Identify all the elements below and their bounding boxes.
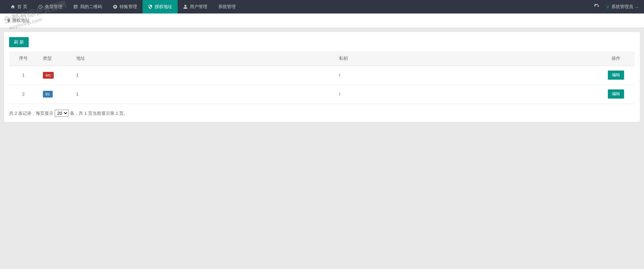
nav-label: 首 页 <box>17 4 27 10</box>
user-menu[interactable]: V 系统管理员 ︿ <box>606 4 639 10</box>
cell-key: r <box>334 85 597 104</box>
nav-label: 转账管理 <box>120 4 137 10</box>
table-row: 1 erc 1 r 编辑 <box>9 66 635 85</box>
cell-operation: 编辑 <box>597 85 635 104</box>
location-icon <box>7 19 11 23</box>
breadcrumb-label: 授权地址 <box>12 18 30 24</box>
pagination: 共 2 条记录，每页显示 20 条，共 1 页当前显示第 1 页。 <box>9 110 635 117</box>
nav-auth-address[interactable]: 授权地址 <box>143 0 178 14</box>
page-size-select[interactable]: 20 <box>55 110 69 117</box>
nav-transfer[interactable]: 转账管理 <box>107 0 143 14</box>
header-address: 地址 <box>71 51 334 66</box>
header-operation: 操作 <box>597 51 635 66</box>
qr-icon <box>73 4 78 9</box>
nav-label: 系统管理 <box>218 4 236 10</box>
refresh-button[interactable]: 刷 新 <box>9 37 29 47</box>
cell-seq: 1 <box>9 66 38 85</box>
nav-qrcode[interactable]: 我的二维码 <box>68 0 107 14</box>
clock-icon <box>38 4 43 9</box>
header-key: 私钥 <box>334 51 597 66</box>
edit-button[interactable]: 编辑 <box>608 71 624 80</box>
cell-type: erc <box>38 66 71 85</box>
nav-label: 授权地址 <box>155 4 172 10</box>
refresh-icon <box>594 4 599 9</box>
home-icon <box>10 4 15 9</box>
type-badge-trc: trc <box>43 91 53 98</box>
header-seq: 序号 <box>9 51 38 66</box>
nav-label: 鱼苗管理 <box>45 4 62 10</box>
global-refresh-button[interactable] <box>594 4 599 9</box>
main-content: 刷 新 序号 类型 地址 私钥 操作 1 erc 1 r 编辑 2 trc 1 <box>4 32 640 122</box>
top-navigation: 首 页 鱼苗管理 我的二维码 转账管理 授权地址 用户管理 系统管理 <box>0 0 644 14</box>
table-header-row: 序号 类型 地址 私钥 操作 <box>9 51 635 66</box>
chevron-up-icon: ︿ <box>635 4 639 9</box>
cell-address: 1 <box>71 66 334 85</box>
cell-operation: 编辑 <box>597 66 635 85</box>
user-name: 系统管理员 <box>611 4 633 10</box>
nav-fish[interactable]: 鱼苗管理 <box>33 0 68 14</box>
v-logo-icon: V <box>606 4 609 9</box>
edit-button[interactable]: 编辑 <box>608 89 624 99</box>
nav-user-mgmt[interactable]: 用户管理 <box>178 0 213 14</box>
table-row: 2 trc 1 r 编辑 <box>9 85 635 104</box>
address-table: 序号 类型 地址 私钥 操作 1 erc 1 r 编辑 2 trc 1 r 编辑 <box>9 51 635 104</box>
nav-right: V 系统管理员 ︿ <box>594 4 639 10</box>
nav-label: 用户管理 <box>190 4 207 10</box>
nav-home[interactable]: 首 页 <box>5 0 33 14</box>
cell-seq: 2 <box>9 85 38 104</box>
pagination-prefix: 共 2 条记录，每页显示 <box>9 110 53 116</box>
type-badge-erc: erc <box>43 72 54 79</box>
cell-type: trc <box>38 85 71 104</box>
breadcrumb: 授权地址 <box>0 14 644 28</box>
shield-icon <box>148 4 153 9</box>
nav-label: 我的二维码 <box>80 4 102 10</box>
nav-left: 首 页 鱼苗管理 我的二维码 转账管理 授权地址 用户管理 系统管理 <box>5 0 241 14</box>
header-type: 类型 <box>38 51 71 66</box>
cell-address: 1 <box>71 85 334 104</box>
cell-key: r <box>334 66 597 85</box>
yen-icon <box>113 4 118 9</box>
pagination-suffix: 条，共 1 页当前显示第 1 页。 <box>70 110 128 116</box>
user-icon <box>183 4 188 9</box>
nav-system-mgmt[interactable]: 系统管理 <box>213 0 241 14</box>
